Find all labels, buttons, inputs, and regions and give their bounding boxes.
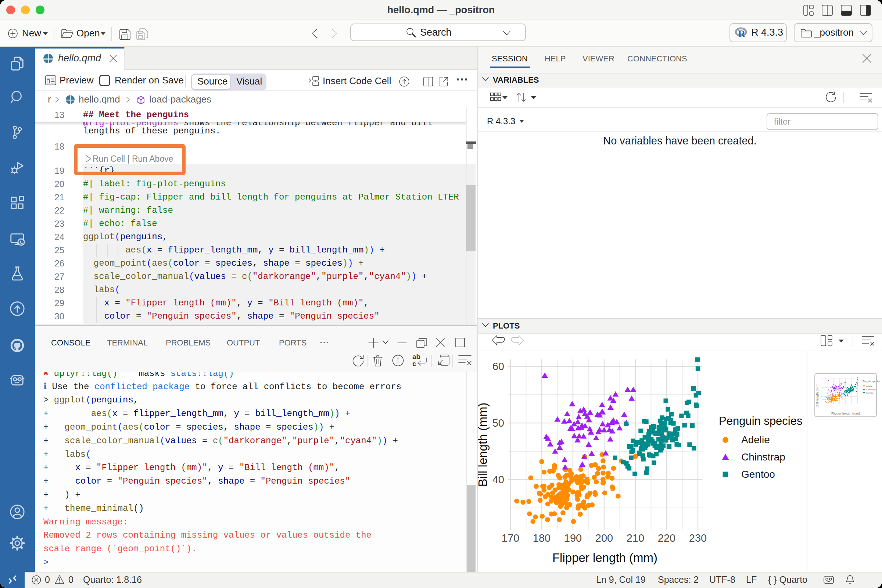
svg-text:230: 230	[689, 532, 707, 544]
svg-text:40: 40	[492, 474, 504, 486]
svg-text:210: 210	[627, 532, 644, 544]
svg-text:Penguin species: Penguin species	[719, 414, 802, 428]
svg-text:Flipper length (mm): Flipper length (mm)	[831, 412, 860, 415]
svg-text:c: c	[412, 360, 416, 368]
svg-text:200: 200	[596, 532, 613, 544]
svg-text:220: 220	[658, 532, 675, 544]
svg-text:Flipper length (mm): Flipper length (mm)	[552, 551, 657, 564]
svg-text:50: 50	[492, 417, 504, 429]
svg-text:60: 60	[492, 360, 504, 372]
svg-text:R: R	[738, 28, 746, 39]
svg-text:Chinstrap: Chinstrap	[866, 388, 876, 391]
svg-text:Gentoo: Gentoo	[741, 469, 775, 480]
svg-text:Penguin species: Penguin species	[862, 380, 880, 383]
svg-text:Gentoo: Gentoo	[866, 392, 873, 394]
svg-text:ab: ab	[412, 353, 420, 360]
svg-text:Adelie: Adelie	[866, 385, 873, 387]
svg-text:Chinstrap: Chinstrap	[741, 451, 785, 463]
svg-text:Bill length (mm): Bill length (mm)	[816, 384, 819, 407]
svg-text:170: 170	[502, 532, 519, 544]
svg-text:180: 180	[533, 532, 550, 544]
svg-text:190: 190	[564, 532, 582, 544]
svg-text:Bill length (mm): Bill length (mm)	[476, 402, 489, 487]
svg-text:Adelie: Adelie	[741, 434, 770, 446]
